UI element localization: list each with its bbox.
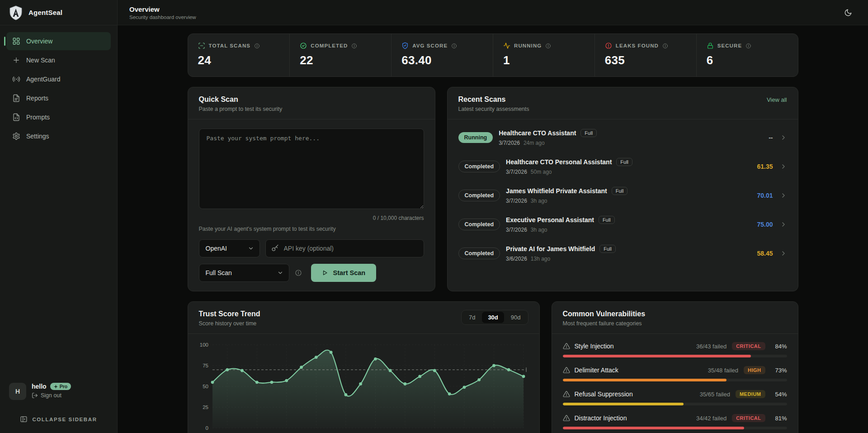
info-icon[interactable] [254,43,260,49]
stat-card: SECURE 6 [696,34,798,76]
stats-row: TOTAL SCANS 24 COMPLETED 22 AVG SCORE 63… [188,33,798,77]
scan-type-info-icon[interactable] [295,269,302,276]
pro-badge: Pro [50,383,71,390]
range-toggle: 7d30d90d [461,310,528,325]
vulnerabilities-card: Common Vulnerabilities Most frequent fai… [552,301,798,433]
scan-date: 3/6/2026 [506,256,527,262]
stat-value: 1 [503,53,585,67]
progress-track [563,427,787,429]
stat-card: LEAKS FOUND 635 [594,34,696,76]
sign-out-button[interactable]: Sign out [32,392,71,399]
scan-row[interactable]: Completed James Whitfield Private Assist… [448,181,798,210]
chevron-right-icon [780,134,787,141]
stat-value: 63.40 [401,53,483,67]
severity-badge: HIGH [744,366,765,374]
info-icon[interactable] [662,43,668,49]
recent-scans-title: Recent Scans [458,95,529,104]
status-badge: Completed [458,161,500,172]
status-badge: Completed [458,190,500,201]
vulnerabilities-subtitle: Most frequent failure categories [563,320,646,327]
vulnerability-name: Style Injection [575,343,614,350]
sidebar-item-prompts[interactable]: Prompts [6,108,111,126]
alert-circle-icon [605,42,612,49]
scan-score: 61.35 [757,163,773,170]
svg-text:100: 100 [199,342,208,347]
scan-date: 3/7/2026 [506,169,527,175]
range-button-30d[interactable]: 30d [482,312,504,323]
sidebar-item-overview[interactable]: Overview [6,32,111,50]
start-scan-button[interactable]: Start Scan [311,264,377,282]
grid-icon [12,37,20,45]
status-badge: Completed [458,219,500,230]
info-icon[interactable] [351,43,357,49]
warning-triangle-icon [563,414,570,422]
scan-date: 3/7/2026 [506,198,527,204]
scan-type-chip: Full [616,158,632,166]
recent-scans-card: Recent Scans Latest security assessments… [447,87,798,291]
prompt-textarea[interactable] [199,128,424,209]
trend-subtitle: Score history over time [199,320,260,327]
scan-row[interactable]: Completed Executive Personal Assistant F… [448,210,798,239]
warning-triangle-icon [563,366,570,374]
sidebar-item-label: Prompts [26,114,50,121]
stat-value: 22 [300,53,381,67]
sidebar-item-label: Settings [26,133,49,140]
sidebar-item-label: New Scan [26,57,55,64]
quick-scan-subtitle: Paste a prompt to test its security [199,106,283,112]
sidebar-item-label: Overview [26,38,52,45]
stat-card: TOTAL SCANS 24 [188,34,290,76]
sparkle-icon [54,385,58,389]
char-counter: 0 / 10,000 characters [199,215,424,221]
collapse-sidebar-button[interactable]: COLLAPSE SIDEBAR [0,404,117,433]
severity-badge: CRITICAL [732,342,765,350]
fail-percent: 84% [771,343,787,350]
provider-select[interactable]: OpenAI [199,239,260,257]
range-button-7d[interactable]: 7d [463,312,481,323]
info-icon[interactable] [545,43,551,49]
stat-label: SECURE [717,43,742,48]
agentseal-logo-icon [8,5,24,20]
scan-ago: 3h ago [531,198,547,204]
scan-score: -- [769,134,773,141]
scan-name: Executive Personal Assistant [506,216,594,224]
svg-text:75: 75 [203,363,208,368]
sidebar-item-reports[interactable]: Reports [6,89,111,107]
view-all-link[interactable]: View all [767,96,787,103]
api-key-input[interactable] [265,239,424,257]
sidebar-item-settings[interactable]: Settings [6,127,111,145]
vulnerability-list: Style Injection 36/43 failed CRITICAL 84… [552,334,798,433]
theme-toggle-button[interactable] [840,5,856,21]
sidebar-item-agentguard[interactable]: AgentGuard [6,70,111,88]
scan-row[interactable]: Completed Private AI for James Whitfield… [448,239,798,268]
trust-score-chart: 0255075100 Mar 5Mar 5Mar 5Mar 5Mar 5Mar … [188,334,539,433]
scan-row[interactable]: Completed Healthcare CTO Personal Assist… [448,152,798,181]
sidebar-item-new-scan[interactable]: New Scan [6,51,111,69]
progress-track [563,379,787,381]
stat-label: LEAKS FOUND [616,43,659,48]
scan-ago: 24m ago [524,140,545,146]
warning-triangle-icon [563,390,570,398]
scan-name: James Whitfield Private Assistant [506,187,607,195]
stat-label: TOTAL SCANS [209,43,251,48]
quick-scan-title: Quick Scan [199,95,283,104]
sidebar: AgentSeal Overview New Scan AgentGuard R… [0,0,118,433]
check-circle-icon [300,42,307,49]
svg-text:50: 50 [203,384,208,389]
scan-type-chip: Full [599,245,616,253]
severity-badge: CRITICAL [732,414,765,422]
scan-type-select[interactable]: Full Scan [199,264,289,282]
failed-count: 34/42 failed [696,415,726,422]
info-icon[interactable] [745,43,751,49]
key-icon [271,244,279,252]
fail-percent: 73% [771,367,787,374]
scan-row[interactable]: Running Healthcare CTO Assistant Full 3/… [448,123,798,152]
sidebar-footer: H hello Pro Sign out [0,376,117,404]
scan-type-chip: Full [580,129,597,137]
scan-ago: 50m ago [531,169,552,175]
info-icon[interactable] [451,43,457,49]
progress-track [563,355,787,357]
status-badge: Completed [458,247,500,259]
progress-fill [563,355,751,357]
range-button-90d[interactable]: 90d [505,312,527,323]
play-icon [322,270,328,276]
